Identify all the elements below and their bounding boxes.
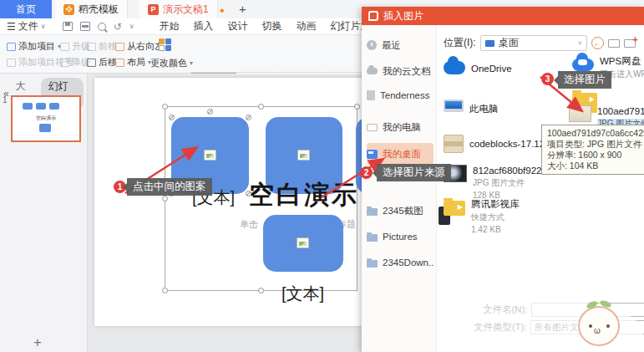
chevron-down-icon: ∨ [41,23,46,30]
move-backward-icon [87,59,96,67]
step2-badge: 2 [360,166,373,179]
location-dropdown[interactable]: 桌面 ˅ [480,35,587,51]
slide-title[interactable]: 空白演示 [249,178,359,212]
new-tab-button[interactable]: + [239,2,246,16]
step3-badge: 3 [541,73,554,85]
menu-design[interactable]: 设计 [228,19,248,33]
installer-box-icon [444,135,464,153]
shape-handle[interactable] [169,115,175,120]
print-icon[interactable] [80,22,90,31]
menu-transition[interactable]: 切换 [262,19,282,33]
right-to-left-button[interactable]: 从右向左 [115,40,164,53]
file-onedrive[interactable]: OneDrive [444,59,512,74]
image-thumbnail-icon [569,105,591,122]
ppt-file-icon: P [148,4,159,15]
sidebar-item-cloud-docs[interactable]: 我的云文档 [367,62,434,80]
clock-icon [367,40,377,50]
tab-presentation1[interactable]: P 演示文稿1 [139,0,218,18]
step1-tooltip: 点击中间的图案 [127,178,212,196]
sidebar-item-pictures[interactable]: Pictures [367,227,434,246]
text-placeholder-bottom[interactable]: [文本] [281,283,324,305]
file-codeblocks[interactable]: codeblocks-17.12 [444,135,545,153]
print-preview-icon[interactable] [98,23,106,31]
slides-panel: « 大纲 幻灯片 1 空白演示 + [0,74,88,352]
filetype-dropdown[interactable]: 所有图片文件 [530,320,644,334]
menu-start[interactable]: 开始 [160,19,180,33]
sidebar-item-recent[interactable]: 最近 [367,36,434,54]
tab-docer-template[interactable]: ᠅ 稻壳模板 [55,0,128,18]
undo-icon[interactable]: ↺ [114,22,122,32]
document-icon [367,90,375,100]
move-forward-button[interactable]: 前移 [87,40,117,53]
video-folder-icon [444,201,465,216]
filename-input[interactable] [531,303,644,317]
menu-animation[interactable]: 动画 [297,19,317,33]
hamburger-icon: ☰ [7,21,16,33]
slide-thumbnail-1[interactable]: 空白演示 [11,95,81,142]
tab-label: 稻壳模板 [79,3,119,17]
filetype-label: 文件类型(T): [474,321,527,334]
step3-tooltip: 选择图片 [558,71,611,89]
dialog-sidebar: 最近 我的云文档 Tenderness 我的电脑 我的桌面 2345截图 Pic… [362,25,437,352]
wps-cloud-icon [572,59,594,71]
change-color-button[interactable]: 更改颜色▾ [150,57,193,69]
slide-number: 1 [3,95,8,105]
desktop-mini-icon [485,40,494,47]
onedrive-icon [444,61,465,74]
dialog-titlebar[interactable]: 插入图片 [362,7,644,25]
thumb-title: 空白演示 [13,115,79,122]
layout-icon [115,59,124,67]
shape-handle[interactable] [246,115,251,120]
resize-handle[interactable] [162,196,168,202]
add-item-icon [7,43,16,51]
sidebar-item-2345-screenshots[interactable]: 2345截图 [367,202,434,220]
back-button[interactable]: ← [591,37,604,49]
add-slide-button[interactable]: + [33,334,42,351]
move-forward-icon [87,43,96,51]
tab-label: 演示文稿1 [163,3,209,17]
chevron-down-icon: ˅ [578,39,582,47]
sidebar-item-my-desktop[interactable]: 我的桌面 [367,143,434,165]
rotate-handle[interactable] [207,109,213,115]
move-backward-button[interactable]: 后移 [87,56,117,69]
file-this-pc[interactable]: 此电脑 [444,96,499,115]
image-placeholder-icon[interactable] [204,150,216,161]
resize-handle[interactable] [258,104,264,110]
shape-handle[interactable] [246,191,251,196]
folder-icon [367,234,378,242]
new-folder-icon[interactable] [624,39,636,48]
resize-handle[interactable] [258,288,264,293]
step2-tooltip: 选择图片来源 [377,164,451,181]
file-menu-button[interactable]: ☰ 文件 ∨ [0,19,53,33]
location-label: 位置(I): [444,36,476,50]
layout-button[interactable]: 布局▾ [115,56,151,69]
folder-icon [367,260,378,268]
sidebar-item-tenderness[interactable]: Tenderness [367,86,434,105]
resize-handle[interactable] [162,104,168,110]
wps-presentation-icon [368,11,378,21]
folder-icon [367,208,378,216]
file-tencent-video[interactable]: 腾讯影视库 快捷方式 1.42 KB [444,198,520,235]
dialog-file-area: 位置(I): 桌面 ˅ ← OneDrive 此电脑 codeblocks-17… [437,25,644,352]
image-placeholder-icon[interactable] [297,150,310,161]
resize-handle[interactable] [162,288,168,293]
save-icon[interactable] [63,22,73,31]
smartart-shape-4[interactable] [263,215,343,272]
tab-home[interactable]: 首页 [0,0,52,18]
sidebar-item-my-computer[interactable]: 我的电脑 [367,118,434,136]
image-placeholder-icon[interactable] [297,237,309,248]
demote-button[interactable]: 降级 [60,56,90,69]
docer-icon: ᠅ [63,4,74,15]
add-bullet-icon [7,59,16,67]
resize-handle[interactable] [354,104,360,110]
upgrade-button[interactable]: 升级 [60,40,90,53]
right-to-left-icon [115,43,124,51]
computer-icon [367,124,378,131]
undo-chevron-icon[interactable]: ∨ [129,23,134,30]
sidebar-item-2345downloads[interactable]: 2345Down... [367,253,434,272]
up-folder-icon[interactable] [608,39,620,48]
menu-insert[interactable]: 插入 [194,19,214,33]
add-item-button[interactable]: 添加项目▾ [7,40,61,53]
cloud-icon [367,68,378,74]
file-details-tooltip: 100aed791d97c0a6cc429eeba5 项目类型: JPG 图片文… [541,125,644,175]
